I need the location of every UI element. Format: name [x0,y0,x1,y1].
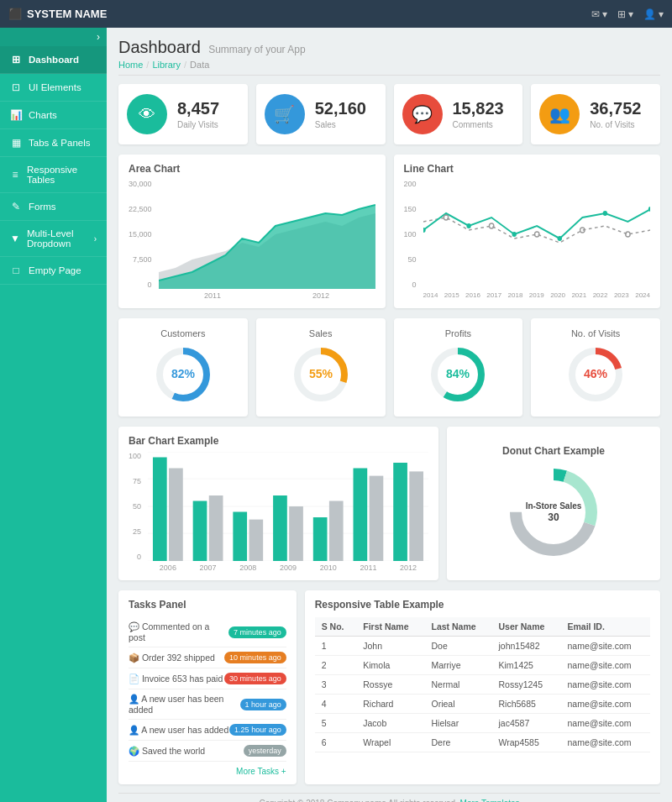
svg-text:84%: 84% [446,367,470,380]
email-icon: ✉ [591,8,600,20]
empty-page-icon: □ [10,265,22,276]
dashboard-icon: ⊞ [10,54,22,66]
svg-point-8 [444,215,448,220]
line-chart-box: Line Chart 200 150 100 50 0 [394,155,661,308]
svg-point-6 [602,211,606,216]
sidebar-item-tabs-panels[interactable]: ▦ Tabs & Panels [0,129,107,157]
task-badge: 1.25 hour ago [229,724,286,736]
area-chart-box: Area Chart 30,000 22,500 15,000 7,500 0 [118,155,386,308]
sidebar-item-label: Forms [29,202,56,212]
sales-value: 52,160 [315,99,366,118]
charts-row-2: Bar Chart Example 100 75 50 25 0 [118,427,660,580]
area-chart-canvas: 2011 2012 [159,180,375,300]
email-dropdown[interactable]: ✉ ▾ [591,8,607,20]
task-badge: 30 minutes ago [224,673,286,684]
sidebar-item-empty-page[interactable]: □ Empty Page [0,257,107,285]
table-body: 1 John Doe john15482 name@site.com 2 Kim… [315,637,650,752]
svg-rect-42 [393,463,407,561]
stat-card-comments: 💬 15,823 Comments [394,84,523,144]
brand-logo: ⬛ SYSTEM NAME [8,8,107,20]
table-panel: Responsive Table Example S No. First Nam… [305,590,660,784]
no-of-visits-icon: 👥 [539,94,580,134]
grid-dropdown[interactable]: ⊞ ▾ [617,8,633,20]
task-icon: 📦 Order 392 shipped [129,653,215,663]
sidebar-item-ui-elements[interactable]: ⊡ UI Elements [0,74,107,102]
area-chart-title: Area Chart [129,163,375,175]
task-item: 📦 Order 392 shipped 10 minutes ago [129,647,286,668]
sidebar-item-label: UI Elements [29,82,81,92]
tasks-panel: Tasks Panel 💬 Commented on a post 7 minu… [118,590,297,784]
gauge-customers-label: Customers [125,328,241,338]
task-badge: 10 minutes ago [224,652,286,663]
svg-rect-31 [169,469,183,562]
stat-card-content: 15,823 Comments [453,99,504,129]
ui-elements-icon: ⊡ [10,81,22,93]
col-lastname: Last Name [425,617,492,637]
area-chart-svg [159,180,375,289]
sidebar-item-label: Dashboard [29,55,79,65]
area-chart-y-axis: 30,000 22,500 15,000 7,500 0 [129,180,155,289]
svg-text:46%: 46% [584,367,608,380]
charts-row-1: Area Chart 30,000 22,500 15,000 7,500 0 [118,155,660,308]
task-item: 📄 Invoice 653 has paid 30 minutes ago [129,668,286,689]
svg-rect-37 [289,506,303,561]
arrow-icon: › [94,234,97,244]
sidebar-toggle[interactable]: › [0,28,107,46]
sidebar-item-forms[interactable]: ✎ Forms [0,193,107,221]
bar-chart-box: Bar Chart Example 100 75 50 25 0 [118,427,438,580]
sidebar-item-label: Multi-Level Dropdown [27,228,87,249]
tasks-panel-title: Tasks Panel [129,599,286,611]
table-panel-title: Responsive Table Example [315,599,650,611]
svg-point-5 [557,236,561,241]
svg-rect-36 [273,495,287,561]
top-nav-icons: ✉ ▾ ⊞ ▾ 👤 ▾ [591,8,664,20]
svg-text:In-Store Sales: In-Store Sales [526,501,582,511]
sidebar-item-dashboard[interactable]: ⊞ Dashboard [0,46,107,74]
brand-icon: ⬛ [8,8,22,20]
breadcrumb-library[interactable]: Library [152,60,181,70]
user-dropdown[interactable]: 👤 ▾ [643,8,664,20]
sales-icon: 🛒 [265,94,305,134]
col-email: Email ID. [560,617,650,637]
table-header-row: S No. First Name Last Name User Name Ema… [315,617,650,637]
footer-link[interactable]: More Templates [460,799,520,802]
breadcrumb-home[interactable]: Home [118,60,143,70]
table-row: 2 Kimola Marriye Kim1425 name@site.com [315,656,650,675]
dropdown-icon: ▼ [10,233,20,244]
bar-chart-canvas: 2006 2007 2008 2009 2010 2011 2012 [148,452,428,572]
main-content: Dashboard Summary of your App Home / Lib… [107,28,672,802]
col-sno: S No. [315,617,357,637]
sidebar-item-responsive-tables[interactable]: ≡ Responsive Tables [0,157,107,193]
footer-text: Copyright © 2018.Company name All rights… [259,799,457,802]
stat-cards: 👁 8,457 Daily Visits 🛒 52,160 Sales 💬 15… [118,84,660,144]
stat-card-content: 36,752 No. of Visits [590,99,641,129]
comments-icon: 💬 [402,94,443,134]
daily-visits-icon: 👁 [127,94,167,134]
user-dropdown-arrow: ▾ [659,8,664,20]
task-icon: 📄 Invoice 653 has paid [129,674,223,684]
table-row: 4 Richard Orieal Rich5685 name@site.com [315,695,650,714]
donut-chart-box: Donut Chart Example In-Store Sales 30 [447,427,660,580]
gauge-no-of-visits-label: No. of Visits [538,328,654,338]
table-row: 1 John Doe john15482 name@site.com [315,637,650,656]
more-tasks-link[interactable]: More Tasks + [129,767,286,776]
donut-chart-svg: In-Store Sales 30 [503,462,604,563]
svg-point-9 [489,223,493,228]
bottom-row: Tasks Panel 💬 Commented on a post 7 minu… [118,590,660,784]
task-item: 👤 A new user has been added 1 hour ago [129,689,286,720]
col-firstname: First Name [356,617,424,637]
svg-text:55%: 55% [309,367,333,380]
forms-icon: ✎ [10,201,22,212]
sidebar-item-charts[interactable]: 📊 Charts [0,102,107,129]
page-header: Dashboard Summary of your App Home / Lib… [118,38,660,76]
table-header: S No. First Name Last Name User Name Ema… [315,617,650,637]
gauge-profits-label: Profits [401,328,517,338]
task-icon: 🌍 Saved the world [129,746,205,757]
gauge-sales-label: Sales [263,328,379,338]
svg-rect-30 [153,458,167,562]
tabs-icon: ▦ [10,137,22,149]
line-chart-y-axis: 200 150 100 50 0 [404,180,420,289]
grid-icon: ⊞ [617,8,626,20]
sidebar-item-multi-level-dropdown[interactable]: ▼ Multi-Level Dropdown › [0,221,107,257]
gauge-customers: Customers 82% [118,318,248,417]
